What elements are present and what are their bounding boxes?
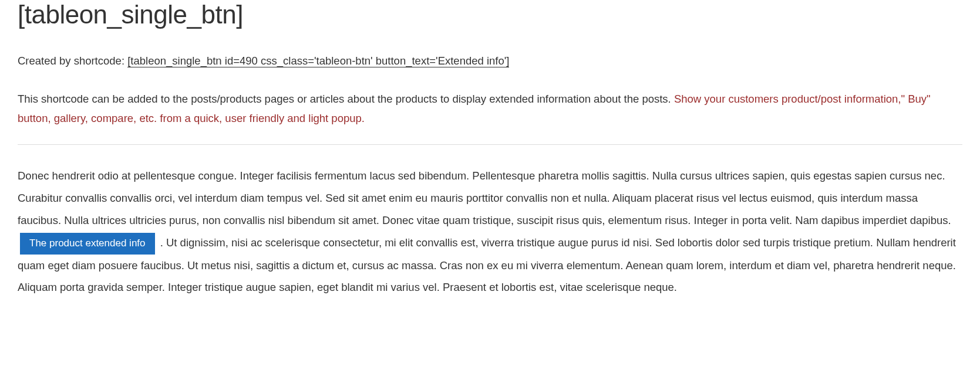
body-before: Donec hendrerit odio at pellentesque con… [18,169,951,226]
page-title: [tableon_single_btn] [18,0,962,29]
body-paragraph: Donec hendrerit odio at pellentesque con… [18,165,962,299]
intro-prefix: Created by shortcode: [18,55,127,67]
divider [18,144,962,145]
intro-line: Created by shortcode: [tableon_single_bt… [18,53,962,69]
body-after: . Ut dignissim, nisi ac scelerisque cons… [18,236,956,293]
product-extended-info-button[interactable]: The product extended info [20,233,155,254]
shortcode-link[interactable]: [tableon_single_btn id=490 css_class='ta… [127,55,509,67]
description-lead: This shortcode can be added to the posts… [18,93,674,105]
description-paragraph: This shortcode can be added to the posts… [18,89,962,128]
